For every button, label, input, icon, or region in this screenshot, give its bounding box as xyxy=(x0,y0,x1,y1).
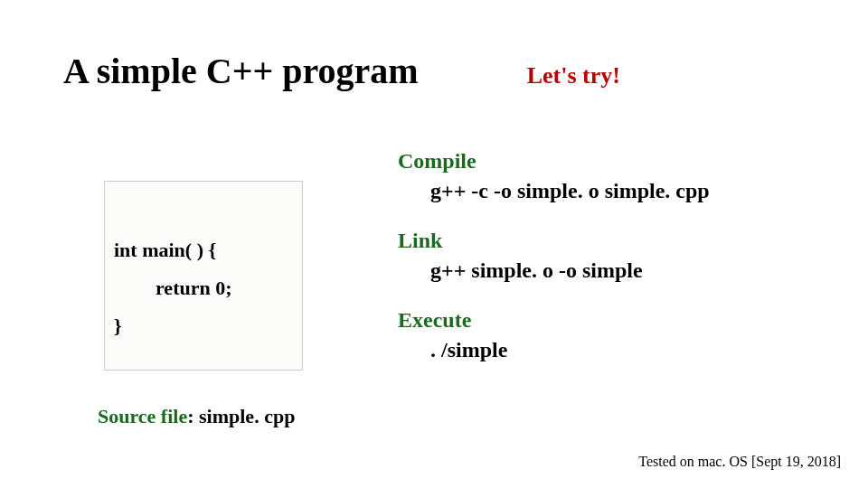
code-box: int main( ) { return 0; } xyxy=(104,181,303,371)
link-command: g++ simple. o -o simple xyxy=(398,258,850,283)
code-line-3: } xyxy=(114,307,293,345)
source-file-caption: Source file: simple. cpp xyxy=(98,405,295,428)
execute-command: . /simple xyxy=(398,338,850,362)
source-file-name: : simple. cpp xyxy=(187,405,295,427)
code-line-1: int main( ) { xyxy=(114,231,293,269)
footnote: Tested on mac. OS [Sept 19, 2018] xyxy=(638,454,841,470)
source-file-label: Source file xyxy=(98,405,187,427)
step-compile: Compile g++ -c -o simple. o simple. cpp xyxy=(398,149,850,203)
step-link: Link g++ simple. o -o simple xyxy=(398,229,850,283)
code-line-2: return 0; xyxy=(114,269,293,307)
execute-label: Execute xyxy=(398,308,850,333)
link-label: Link xyxy=(398,229,850,253)
lets-try-callout: Let's try! xyxy=(527,62,620,89)
compile-label: Compile xyxy=(398,149,850,174)
steps: Compile g++ -c -o simple. o simple. cpp … xyxy=(398,149,850,388)
title-row: A simple C++ program Let's try! xyxy=(63,50,832,92)
slide: A simple C++ program Let's try! int main… xyxy=(0,0,868,488)
slide-title: A simple C++ program xyxy=(63,50,419,92)
step-execute: Execute . /simple xyxy=(398,308,850,362)
compile-command: g++ -c -o simple. o simple. cpp xyxy=(398,179,850,203)
